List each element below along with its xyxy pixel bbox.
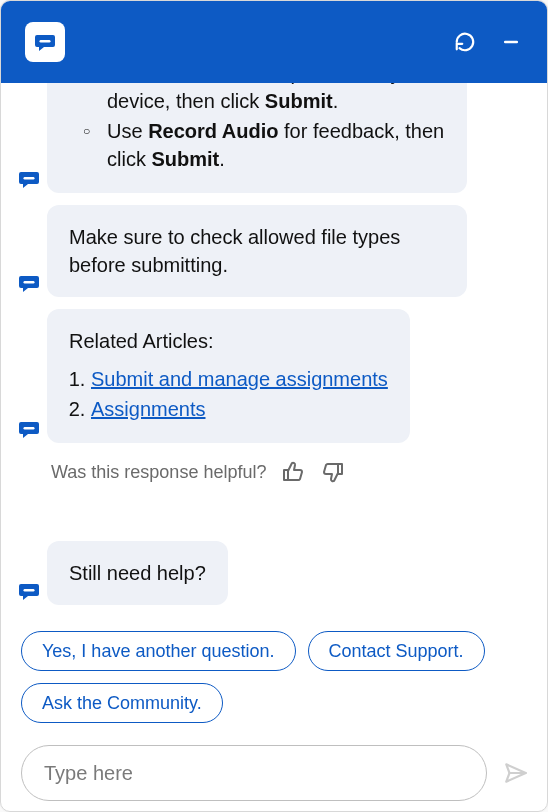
svg-rect-3 <box>24 281 35 283</box>
composer-row <box>17 745 541 803</box>
bot-message-note: Make sure to check allowed file types be… <box>17 205 541 297</box>
svg-rect-2 <box>24 177 35 179</box>
header-bar <box>1 1 547 83</box>
bot-avatar <box>17 271 41 295</box>
message-bubble: Make sure to check allowed file types be… <box>47 205 467 297</box>
quick-reply-options: Yes, I have another question. Contact Su… <box>21 631 501 723</box>
instruction-item: Use Record Audio for feedback, then clic… <box>87 117 445 173</box>
feedback-prompt: Was this response helpful? <box>51 462 266 483</box>
quick-reply-contact-support[interactable]: Contact Support. <box>308 631 485 671</box>
svg-rect-5 <box>24 589 35 591</box>
message-bubble: Click Add a File to upload from your dev… <box>47 83 467 193</box>
instruction-item: Click Add a File to upload from your dev… <box>87 83 445 115</box>
chat-bubble-icon <box>33 30 57 54</box>
message-input[interactable] <box>21 745 487 801</box>
thumbs-down-icon[interactable] <box>320 459 346 485</box>
svg-rect-4 <box>24 427 35 429</box>
related-articles-title: Related Articles: <box>69 327 388 355</box>
minimize-icon[interactable] <box>499 30 523 54</box>
bot-message-instructions: Click Add a File to upload from your dev… <box>17 83 541 193</box>
message-bubble: Related Articles: Submit and manage assi… <box>47 309 410 443</box>
chat-widget: Click Add a File to upload from your dev… <box>0 0 548 812</box>
bot-avatar <box>17 417 41 441</box>
chat-scroll-area[interactable]: Click Add a File to upload from your dev… <box>1 83 547 811</box>
feedback-row: Was this response helpful? <box>51 459 541 485</box>
brand-badge <box>25 22 65 62</box>
related-article-item: Assignments <box>91 395 388 423</box>
related-article-item: Submit and manage assignments <box>91 365 388 393</box>
bot-message-still-help: Still need help? <box>17 541 541 605</box>
related-article-link-2[interactable]: Assignments <box>91 398 206 420</box>
bot-avatar <box>17 167 41 191</box>
send-icon[interactable] <box>501 758 531 788</box>
quick-reply-another-question[interactable]: Yes, I have another question. <box>21 631 296 671</box>
bot-avatar <box>17 579 41 603</box>
thumbs-up-icon[interactable] <box>280 459 306 485</box>
quick-reply-ask-community[interactable]: Ask the Community. <box>21 683 223 723</box>
bot-message-related: Related Articles: Submit and manage assi… <box>17 309 541 443</box>
note-text: Make sure to check allowed file types be… <box>69 226 400 276</box>
related-article-link-1[interactable]: Submit and manage assignments <box>91 368 388 390</box>
message-bubble: Still need help? <box>47 541 228 605</box>
still-help-text: Still need help? <box>69 562 206 584</box>
svg-rect-0 <box>40 40 51 42</box>
refresh-icon[interactable] <box>453 30 477 54</box>
